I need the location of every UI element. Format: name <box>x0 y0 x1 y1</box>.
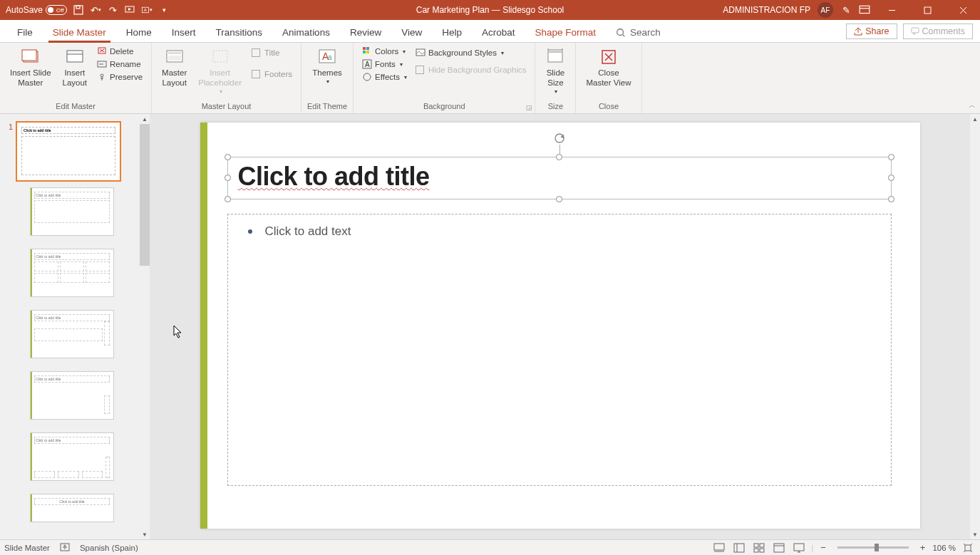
comment-icon <box>911 27 919 36</box>
layout-thumbnail[interactable]: Click to add title <box>30 371 114 420</box>
title-bar: AutoSave Off ↶▾ ↷ A▾ ▾ Car Marketing Pla… <box>0 0 980 20</box>
resize-handle[interactable] <box>888 154 894 160</box>
slide-scrollbar[interactable]: ▲ ▼ <box>970 114 980 539</box>
body-text[interactable]: Click to add text <box>265 224 351 239</box>
ribbon-group-size: Slide Size▾ Size <box>535 43 576 113</box>
scroll-down-icon[interactable]: ▼ <box>970 529 980 539</box>
tab-help[interactable]: Help <box>432 23 472 42</box>
svg-rect-55 <box>754 549 758 552</box>
resize-handle[interactable] <box>556 196 562 202</box>
qat-customize-icon[interactable]: ▾ <box>158 4 170 16</box>
collapse-ribbon-icon[interactable]: ︿ <box>969 100 976 110</box>
tab-insert[interactable]: Insert <box>162 23 206 42</box>
group-label: Master Layout <box>202 100 252 112</box>
tab-transitions[interactable]: Transitions <box>206 23 273 42</box>
from-beginning-icon[interactable] <box>124 4 135 16</box>
insert-slide-master-button[interactable]: Insert Slide Master <box>6 46 56 90</box>
scroll-up-icon[interactable]: ▲ <box>970 114 980 124</box>
svg-rect-34 <box>366 51 369 53</box>
ribbon-group-close: Close Master View Close <box>576 43 641 113</box>
redo-icon[interactable]: ↷ <box>107 4 118 16</box>
svg-text:a: a <box>328 53 332 61</box>
fit-to-window-button[interactable] <box>960 541 976 554</box>
insert-layout-button[interactable]: Insert Layout <box>58 46 92 90</box>
tab-acrobat[interactable]: Acrobat <box>472 23 525 42</box>
minimize-button[interactable] <box>877 0 906 20</box>
master-thumbnail[interactable]: Click to add title <box>16 121 121 182</box>
layout-thumbnail[interactable]: Click to add title <box>30 187 114 236</box>
language-label[interactable]: Spanish (Spain) <box>80 544 138 552</box>
zoom-out-button[interactable]: − <box>817 542 829 553</box>
reading-view-button[interactable] <box>771 541 787 554</box>
svg-rect-25 <box>168 52 181 54</box>
dialog-launcher-icon[interactable]: ◲ <box>526 104 532 111</box>
title-placeholder[interactable]: Click to add title <box>227 157 892 199</box>
resize-handle[interactable] <box>225 175 231 181</box>
maximize-button[interactable] <box>913 0 942 20</box>
resize-handle[interactable] <box>556 154 562 160</box>
tab-review[interactable]: Review <box>340 23 391 42</box>
slideshow-button[interactable] <box>791 541 807 554</box>
magic-icon[interactable]: ✎ <box>840 4 852 16</box>
tab-slide-master[interactable]: Slide Master <box>43 23 116 42</box>
accessibility-icon[interactable] <box>60 542 70 554</box>
resize-handle[interactable] <box>225 154 231 160</box>
thumb-scrollbar[interactable]: ▲ ▼ <box>140 114 150 539</box>
close-button[interactable] <box>949 0 977 20</box>
scroll-down-icon[interactable]: ▼ <box>140 529 150 539</box>
bullet-icon <box>248 229 252 234</box>
slide-size-button[interactable]: Slide Size▾ <box>541 46 569 96</box>
tab-view[interactable]: View <box>391 23 432 42</box>
resize-handle[interactable] <box>888 175 894 181</box>
body-placeholder[interactable]: Click to add text <box>227 214 892 486</box>
colors-button[interactable]: Colors▾ <box>359 46 410 57</box>
share-button[interactable]: Share <box>846 24 897 39</box>
tab-shape-format[interactable]: Shape Format <box>525 23 607 42</box>
svg-rect-53 <box>754 544 758 547</box>
layout-thumbnail[interactable]: Click to add title <box>30 310 114 358</box>
delete-button[interactable]: Delete <box>94 46 145 57</box>
rename-button[interactable]: Rename <box>94 58 145 70</box>
effects-button[interactable]: Effects▾ <box>359 71 410 83</box>
layout-thumbnail[interactable]: Click to add title <box>30 432 114 481</box>
layout-thumbnail[interactable]: Click to add title <box>30 249 114 297</box>
tab-animations[interactable]: Animations <box>272 23 340 42</box>
undo-icon[interactable]: ↶▾ <box>90 4 101 16</box>
zoom-slider[interactable] <box>837 546 909 549</box>
normal-view-button[interactable] <box>731 541 747 554</box>
delete-icon <box>97 46 107 56</box>
zoom-level-label[interactable]: 106 % <box>932 544 956 552</box>
zoom-in-button[interactable]: + <box>917 542 929 553</box>
ribbon-display-icon[interactable] <box>859 4 870 16</box>
share-icon <box>854 27 862 36</box>
autosave-toggle[interactable]: Off <box>46 5 67 15</box>
search-tell-me[interactable]: Search <box>606 23 671 42</box>
slide-canvas[interactable]: Click to add title Click to add text <box>200 123 920 529</box>
view-mode-label[interactable]: Slide Master <box>4 544 50 552</box>
scroll-thumb[interactable] <box>140 124 150 266</box>
background-styles-button[interactable]: Background Styles▾ <box>413 47 529 58</box>
notes-button[interactable] <box>711 541 727 554</box>
save-icon[interactable] <box>73 4 84 16</box>
work-area: 1 Click to add title Click to add title … <box>0 114 980 539</box>
scroll-up-icon[interactable]: ▲ <box>140 114 150 124</box>
user-avatar[interactable]: AF <box>817 2 833 18</box>
master-layout-button[interactable]: Master Layout <box>158 46 191 90</box>
themes-button[interactable]: Aa Themes ▾ <box>308 46 346 86</box>
resize-handle[interactable] <box>225 196 231 202</box>
fonts-button[interactable]: AFonts▾ <box>359 58 410 70</box>
preserve-button[interactable]: Preserve <box>94 71 145 83</box>
font-box-icon[interactable]: A▾ <box>141 4 153 16</box>
resize-handle[interactable] <box>888 196 894 202</box>
zoom-knob[interactable] <box>875 544 879 551</box>
autosave-control[interactable]: AutoSave Off <box>6 5 67 15</box>
tab-file[interactable]: File <box>7 23 43 42</box>
layout-thumbnail[interactable]: Click to add title <box>30 494 114 522</box>
title-text[interactable]: Click to add title <box>228 157 891 196</box>
svg-rect-0 <box>74 6 83 14</box>
sorter-view-button[interactable] <box>751 541 767 554</box>
close-master-view-button[interactable]: Close Master View <box>582 46 635 90</box>
user-name-label: ADMINISTRACION FP <box>723 5 810 15</box>
tab-home[interactable]: Home <box>116 23 162 42</box>
svg-rect-5 <box>860 6 870 13</box>
